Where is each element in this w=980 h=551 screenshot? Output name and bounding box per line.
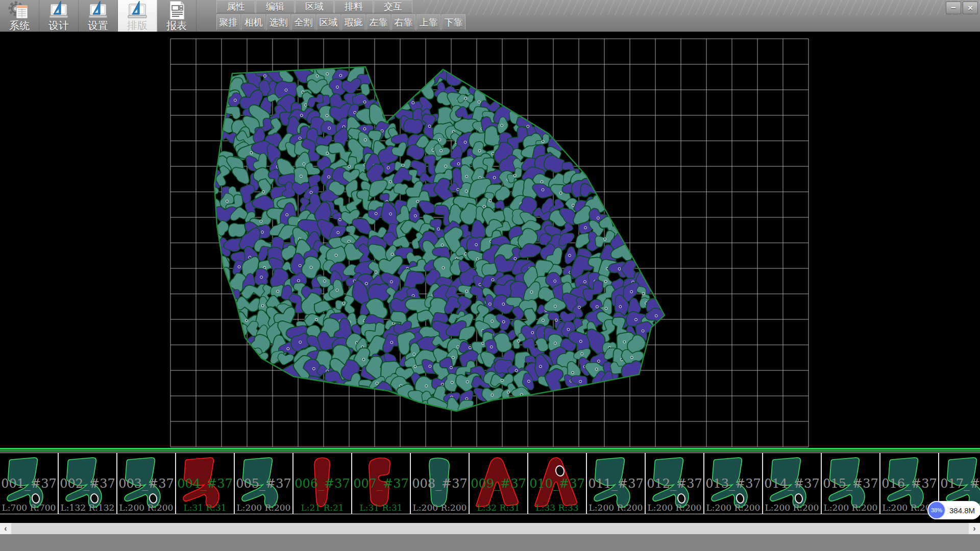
report-document-icon	[165, 1, 188, 20]
tab-report[interactable]: 报表	[157, 0, 197, 32]
tool-snap-right[interactable]: 右靠	[391, 14, 415, 30]
part-id-label: 007_#37	[352, 477, 410, 491]
window-controls: − ×	[946, 2, 978, 14]
tool-region[interactable]: 区域	[316, 14, 340, 30]
part-id-label: 015_#37	[822, 477, 879, 491]
part-thumbnail-strip: 001_#37L:700 R:700002_#37L:132 R:132003_…	[0, 453, 980, 514]
part-id-label: 003_#37	[117, 477, 175, 491]
part-thumbnail[interactable]: 008_#37L:200 R:200	[411, 453, 470, 514]
tool-snap-bottom[interactable]: 下靠	[442, 14, 465, 30]
top-toolbar: 系统 设计 设置	[0, 0, 980, 32]
design-ruler-icon	[47, 1, 70, 20]
part-lr-count: L:132 R:132	[59, 503, 116, 513]
part-thumbnail[interactable]: 011_#37L:200 R:200	[587, 453, 646, 514]
menu-region[interactable]: 区域	[295, 0, 334, 13]
close-button[interactable]: ×	[963, 2, 978, 14]
progress-percent: 38%	[927, 501, 946, 519]
menu-properties[interactable]: 属性	[216, 0, 255, 13]
titlebar-texture	[424, 0, 980, 15]
part-thumbnail[interactable]: 010_#37L:33 R:33	[528, 453, 587, 514]
status-footer	[0, 534, 980, 551]
tab-nesting-label: 排版	[127, 20, 148, 31]
menu-bar: 属性 编辑 区域 排料 交互	[216, 0, 467, 13]
scroll-track[interactable]	[11, 523, 969, 534]
menu-area: 属性 编辑 区域 排料 交互 聚排 相机 选割 全割 区域 瑕疵 左靠 右靠 上…	[216, 0, 467, 30]
part-lr-count: L:21 R:21	[293, 503, 351, 513]
tool-snap-left[interactable]: 左靠	[366, 14, 390, 30]
hide-layout-drawing	[0, 32, 980, 448]
tab-system-label: 系统	[9, 20, 30, 31]
tool-bar: 聚排 相机 选割 全割 区域 瑕疵 左靠 右靠 上靠 下靠	[216, 14, 467, 30]
tab-nesting[interactable]: 排版	[118, 0, 157, 32]
tab-system[interactable]: 系统	[0, 0, 39, 32]
menu-nesting[interactable]: 排料	[334, 0, 373, 13]
tab-design[interactable]: 设计	[39, 0, 79, 32]
part-thumbnail[interactable]: 013_#37L:200 R:200	[704, 453, 763, 514]
scroll-right-icon[interactable]: ›	[969, 523, 980, 534]
part-lr-count: L:33 R:33	[528, 503, 586, 513]
part-lr-count: L:31 R:31	[176, 503, 234, 513]
part-id-label: 009_#37	[470, 477, 527, 491]
part-thumbnail[interactable]: 006_#37L:21 R:21	[293, 453, 352, 514]
minimize-button[interactable]: −	[946, 2, 961, 14]
tool-select-cut[interactable]: 选割	[266, 14, 290, 30]
tool-cluster-nest[interactable]: 聚排	[216, 14, 240, 30]
part-id-label: 005_#37	[235, 477, 292, 491]
menu-edit[interactable]: 编辑	[256, 0, 295, 13]
part-id-label: 012_#37	[646, 477, 703, 491]
tool-defect[interactable]: 瑕疵	[341, 14, 365, 30]
part-lr-count: L:200 R:200	[117, 503, 175, 513]
part-thumbnail[interactable]: 015_#37L:200 R:200	[822, 453, 880, 514]
part-thumbnail[interactable]: 003_#37L:200 R:200	[117, 453, 176, 514]
part-thumbnail[interactable]: 005_#37L:200 R:200	[235, 453, 293, 514]
part-id-label: 016_#37	[880, 477, 938, 491]
settings-ruler-icon	[86, 1, 110, 20]
part-thumbnail[interactable]: 009_#37L:32 R:31	[470, 453, 528, 514]
part-thumbnail[interactable]: 002_#37L:132 R:132	[59, 453, 117, 514]
part-lr-count: L:200 R:200	[822, 503, 879, 513]
app-mode-buttons: 系统 设计 设置	[0, 0, 197, 32]
tab-report-label: 报表	[166, 20, 187, 31]
part-lr-count: L:31 R:31	[352, 503, 410, 513]
tab-settings-label: 设置	[88, 20, 108, 31]
part-thumbnail[interactable]: 001_#37L:700 R:700	[0, 453, 59, 514]
tab-settings[interactable]: 设置	[79, 0, 118, 32]
nesting-canvas[interactable]	[0, 32, 980, 448]
part-thumbnail[interactable]: 014_#37L:200 R:200	[763, 453, 822, 514]
part-id-label: 017_#37	[939, 477, 980, 491]
tab-design-label: 设计	[48, 20, 69, 31]
strip-top-border	[0, 448, 980, 453]
part-id-label: 010_#37	[528, 477, 586, 491]
part-lr-count: L:700 R:700	[0, 503, 58, 513]
part-lr-count: L:32 R:31	[470, 503, 527, 513]
part-id-label: 001_#37	[0, 477, 58, 491]
progress-badge[interactable]: 38% 384.8M	[927, 501, 980, 519]
part-lr-count: L:200 R:200	[411, 503, 469, 513]
part-lr-count: L:200 R:200	[235, 503, 292, 513]
part-lr-count: L:200 R:200	[763, 503, 821, 513]
horizontal-scrollbar[interactable]: ‹ ›	[0, 523, 980, 534]
tool-snap-top[interactable]: 上靠	[416, 14, 440, 30]
part-thumbnail[interactable]: 004_#37L:31 R:31	[176, 453, 235, 514]
part-id-label: 002_#37	[59, 477, 116, 491]
menu-interactive[interactable]: 交互	[374, 0, 412, 13]
part-id-label: 013_#37	[704, 477, 762, 491]
part-id-label: 011_#37	[587, 477, 645, 491]
scroll-left-icon[interactable]: ‹	[0, 523, 11, 534]
part-id-label: 004_#37	[176, 477, 234, 491]
tool-cut-all[interactable]: 全割	[291, 14, 315, 30]
tool-camera[interactable]: 相机	[241, 14, 265, 30]
memory-value: 384.8M	[949, 506, 975, 515]
part-id-label: 006_#37	[293, 477, 351, 491]
gear-icon	[8, 1, 31, 20]
part-thumbnail[interactable]: 012_#37L:200 R:200	[646, 453, 704, 514]
part-lr-count: L:200 R:200	[704, 503, 762, 513]
nesting-ruler-icon	[126, 1, 149, 20]
part-lr-count: L:200 R:200	[587, 503, 645, 513]
part-id-label: 014_#37	[763, 477, 821, 491]
part-lr-count: L:200 R:200	[646, 503, 703, 513]
part-id-label: 008_#37	[411, 477, 469, 491]
part-thumbnail[interactable]: 007_#37L:31 R:31	[352, 453, 411, 514]
